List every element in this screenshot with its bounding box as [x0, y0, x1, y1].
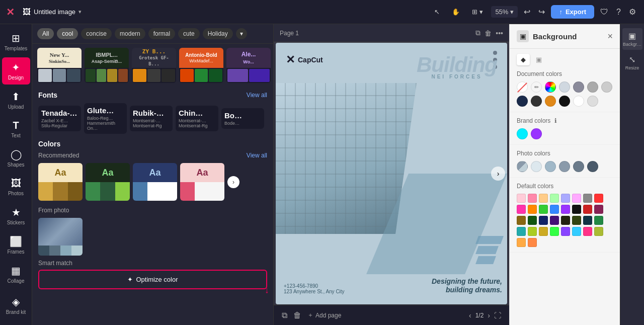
- font-card-1[interactable]: IBMPL...Asap-SemiB...: [85, 48, 129, 83]
- tag-modern-btn[interactable]: modern: [115, 28, 145, 39]
- shield-icon-btn[interactable]: 🛡: [598, 6, 610, 19]
- canvas-nav-right-btn[interactable]: ›: [491, 167, 505, 181]
- doc-color-10[interactable]: [559, 96, 570, 107]
- brand-color-2[interactable]: [531, 128, 542, 139]
- dc-16[interactable]: [517, 216, 526, 225]
- sidebar-item-text[interactable]: T Text: [2, 116, 30, 142]
- photo-color-5[interactable]: [587, 161, 598, 172]
- dc-18[interactable]: [539, 216, 548, 225]
- dc-25[interactable]: [528, 227, 537, 236]
- fullscreen-btn[interactable]: ⛶: [494, 311, 501, 319]
- dc-0[interactable]: [517, 194, 526, 203]
- sidebar-item-frames[interactable]: ⬜ Frames: [2, 231, 30, 259]
- dc-10[interactable]: [539, 205, 548, 214]
- doc-color-7[interactable]: [517, 96, 528, 107]
- photo-color-0[interactable]: [517, 161, 528, 172]
- image-tab-btn[interactable]: ▣: [532, 54, 546, 65]
- more-options-btn[interactable]: •••: [496, 29, 503, 37]
- tag-cool-btn[interactable]: cool: [57, 28, 78, 39]
- optimize-color-btn[interactable]: ✦ Optimize color: [38, 270, 267, 289]
- font-item-1[interactable]: Glute… Baloo-Reg… Hammersmith On…: [84, 103, 127, 134]
- dc-11[interactable]: [550, 205, 559, 214]
- rs-item-background[interactable]: ▣ Backgr…: [622, 28, 642, 50]
- tag-formal-btn[interactable]: formal: [148, 28, 175, 39]
- doc-color-3[interactable]: [559, 82, 570, 93]
- from-photo-card[interactable]: [38, 218, 83, 256]
- dc-20[interactable]: [561, 216, 570, 225]
- dc-4[interactable]: [561, 194, 570, 203]
- tag-concise-btn[interactable]: concise: [81, 28, 112, 39]
- delete-page-btn[interactable]: 🗑: [485, 29, 492, 37]
- dc-2[interactable]: [539, 194, 548, 203]
- dc-7[interactable]: [594, 194, 603, 203]
- design-canvas[interactable]: ✕ CapCut Building NEI FORCES: [276, 43, 507, 304]
- page-next-btn[interactable]: ›: [488, 311, 490, 319]
- doc-color-5[interactable]: [587, 82, 598, 93]
- palette-card-3[interactable]: Aa: [180, 163, 224, 201]
- dc-5[interactable]: [572, 194, 581, 203]
- sidebar-item-stickers[interactable]: ★ Stickers: [2, 202, 30, 229]
- sidebar-item-collapse[interactable]: ▾: [2, 321, 30, 325]
- doc-color-11[interactable]: [573, 96, 584, 107]
- dc-6[interactable]: [583, 194, 592, 203]
- dc-8[interactable]: [517, 205, 526, 214]
- font-item-4[interactable]: Bo… Bode…: [221, 108, 264, 129]
- doc-color-4[interactable]: [573, 82, 584, 93]
- sidebar-item-collage[interactable]: ▦ Collage: [2, 261, 30, 288]
- help-btn[interactable]: ?: [614, 6, 623, 19]
- rs-item-resize[interactable]: ⤡ Resize: [622, 52, 642, 73]
- dc-32[interactable]: [517, 238, 526, 247]
- dc-19[interactable]: [550, 216, 559, 225]
- sidebar-item-photos[interactable]: 🖼 Photos: [2, 174, 30, 200]
- copy-page-btn[interactable]: ⧉: [475, 29, 480, 37]
- photo-color-1[interactable]: [531, 161, 542, 172]
- dc-12[interactable]: [561, 205, 570, 214]
- dc-33[interactable]: [528, 238, 537, 247]
- font-item-0[interactable]: Tenada-… Zacbel X-E… Stilu-Regular: [38, 106, 81, 131]
- font-card-0[interactable]: New Y...SinkinSo...: [37, 48, 82, 83]
- add-page-btn[interactable]: ＋ Add page: [307, 311, 341, 319]
- tag-all-btn[interactable]: All: [37, 28, 54, 39]
- dc-26[interactable]: [539, 227, 548, 236]
- palettes-scroll-next-btn[interactable]: ›: [227, 176, 239, 188]
- dc-13[interactable]: [572, 205, 581, 214]
- dc-17[interactable]: [528, 216, 537, 225]
- dc-27[interactable]: [550, 227, 559, 236]
- sidebar-item-upload[interactable]: ⬆ Upload: [2, 87, 30, 114]
- panel-close-btn[interactable]: ×: [607, 31, 613, 42]
- dc-23[interactable]: [594, 216, 603, 225]
- redo-btn[interactable]: ↪: [536, 5, 547, 19]
- brand-color-1[interactable]: [517, 128, 528, 139]
- tag-cute-btn[interactable]: cute: [178, 28, 200, 39]
- export-btn[interactable]: ↑ Export: [551, 5, 594, 19]
- zoom-btn[interactable]: 55% ▾: [491, 6, 518, 18]
- tag-holiday-btn[interactable]: Holiday: [203, 28, 233, 39]
- dc-31[interactable]: [594, 227, 603, 236]
- document-title-chevron[interactable]: ▾: [78, 9, 82, 15]
- palette-card-1[interactable]: Aa: [86, 163, 130, 201]
- layout-btn[interactable]: ⊞ ▾: [468, 6, 487, 18]
- sidebar-item-templates[interactable]: ⊞ Templates: [2, 28, 30, 55]
- dc-30[interactable]: [583, 227, 592, 236]
- copy-btn[interactable]: ⧉: [282, 311, 287, 320]
- doc-color-9[interactable]: [545, 96, 556, 107]
- dc-14[interactable]: [583, 205, 592, 214]
- font-card-3[interactable]: Antonio-BoldWixMadef...: [179, 48, 223, 83]
- dc-15[interactable]: [594, 205, 603, 214]
- fill-tab-btn[interactable]: ◆: [517, 54, 530, 65]
- sidebar-item-brand-kit[interactable]: ◈ Brand kit: [2, 292, 30, 319]
- page-prev-btn[interactable]: ‹: [469, 311, 471, 319]
- doc-color-6[interactable]: [601, 82, 612, 93]
- cursor-tool-btn[interactable]: ↖: [430, 6, 444, 18]
- dc-1[interactable]: [528, 194, 537, 203]
- edit-color-btn[interactable]: ✏: [531, 82, 542, 93]
- font-card-4[interactable]: Ale...Wo...: [226, 48, 271, 83]
- font-item-2[interactable]: Rubik-… Montserrat-… Montserrat-Rg: [130, 106, 173, 131]
- dc-3[interactable]: [550, 194, 559, 203]
- dc-22[interactable]: [583, 216, 592, 225]
- photo-color-4[interactable]: [573, 161, 584, 172]
- dc-24[interactable]: [517, 227, 526, 236]
- font-item-3[interactable]: Chin… Montserrat-… Montserrat-Rg: [176, 106, 218, 131]
- photo-color-3[interactable]: [559, 161, 570, 172]
- dc-9[interactable]: [528, 205, 537, 214]
